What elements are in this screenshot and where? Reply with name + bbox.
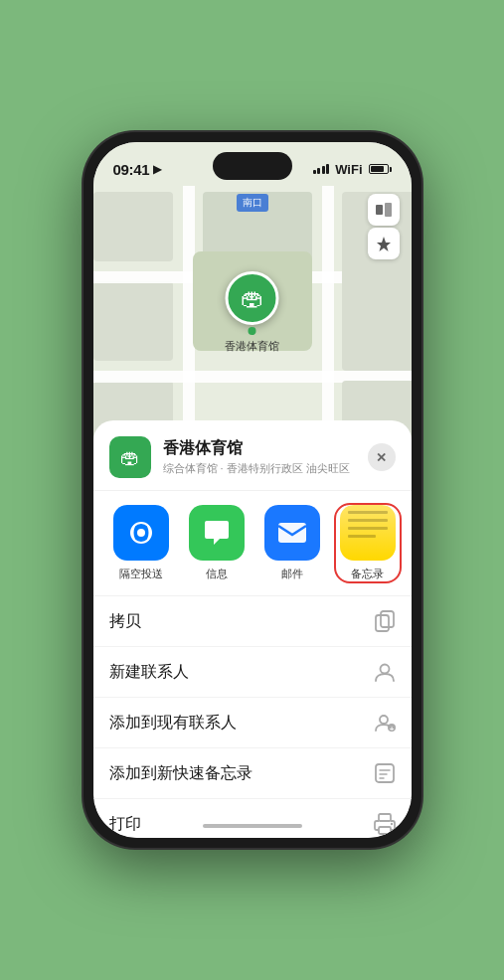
close-button[interactable]: ✕ <box>368 443 396 471</box>
menu-list: 拷贝 新建联系人 添加到现有联系人 <box>93 596 412 838</box>
new-contact-icon <box>374 661 396 683</box>
notes-icon <box>340 505 396 561</box>
print-icon <box>374 813 396 835</box>
battery-icon <box>369 164 392 174</box>
signal-bars-icon <box>313 164 330 174</box>
copy-label: 拷贝 <box>109 611 141 632</box>
stadium-pin[interactable]: 🏟 香港体育馆 <box>225 271 279 354</box>
add-notes-icon <box>374 762 396 784</box>
menu-item-print[interactable]: 打印 <box>93 799 412 838</box>
menu-item-copy[interactable]: 拷贝 <box>93 596 412 647</box>
menu-item-add-existing[interactable]: 添加到现有联系人 + <box>93 698 412 748</box>
svg-rect-1 <box>385 203 392 217</box>
messages-icon <box>189 505 245 561</box>
share-row: 隔空投送 信息 <box>93 491 412 596</box>
venue-name: 香港体育馆 <box>163 438 356 459</box>
home-indicator <box>203 824 302 828</box>
airdrop-label: 隔空投送 <box>119 567 163 581</box>
pin-label: 香港体育馆 <box>225 339 279 354</box>
mail-icon <box>264 505 320 561</box>
print-label: 打印 <box>109 814 141 835</box>
svg-point-3 <box>137 529 145 537</box>
dynamic-island <box>213 152 292 180</box>
svg-rect-11 <box>376 764 394 782</box>
status-time: 09:41 <box>113 161 150 178</box>
add-notes-label: 添加到新快速备忘录 <box>109 763 252 784</box>
svg-point-7 <box>380 665 389 674</box>
messages-label: 信息 <box>206 567 228 581</box>
bottom-sheet: 🏟 香港体育馆 综合体育馆 · 香港特别行政区 油尖旺区 ✕ <box>93 420 412 838</box>
pin-dot <box>249 327 256 335</box>
location-button[interactable] <box>368 228 400 259</box>
svg-point-14 <box>390 823 392 825</box>
share-item-airdrop[interactable]: 隔空投送 <box>109 505 173 581</box>
map-controls <box>368 194 400 259</box>
share-item-notes[interactable]: 备忘录 <box>336 505 400 581</box>
venue-info: 香港体育馆 综合体育馆 · 香港特别行政区 油尖旺区 <box>163 438 356 476</box>
phone-screen: 09:41 ▶ WiFi <box>93 142 412 838</box>
map-type-button[interactable] <box>368 194 400 226</box>
svg-rect-5 <box>381 611 394 627</box>
venue-icon: 🏟 <box>109 436 151 478</box>
add-existing-label: 添加到现有联系人 <box>109 713 237 734</box>
menu-item-add-notes[interactable]: 添加到新快速备忘录 <box>93 748 412 799</box>
status-icons: WiFi <box>313 162 392 177</box>
share-item-mail[interactable]: 邮件 <box>260 505 324 581</box>
svg-rect-6 <box>376 615 389 631</box>
location-icon: ▶ <box>153 163 161 176</box>
menu-item-new-contact[interactable]: 新建联系人 <box>93 647 412 698</box>
notes-label: 备忘录 <box>351 567 384 581</box>
new-contact-label: 新建联系人 <box>109 662 189 683</box>
phone-frame: 09:41 ▶ WiFi <box>84 132 421 848</box>
copy-icon <box>374 610 396 632</box>
svg-rect-0 <box>376 205 383 215</box>
wifi-icon: WiFi <box>335 162 362 177</box>
svg-text:+: + <box>389 725 394 734</box>
pin-circle-icon: 🏟 <box>226 271 279 325</box>
svg-point-8 <box>380 716 388 724</box>
svg-rect-13 <box>379 827 391 834</box>
share-item-messages[interactable]: 信息 <box>185 505 249 581</box>
svg-rect-12 <box>379 814 391 821</box>
sheet-header: 🏟 香港体育馆 综合体育馆 · 香港特别行政区 油尖旺区 ✕ <box>93 436 412 491</box>
map-south-entrance-label: 南口 <box>237 194 268 212</box>
add-existing-icon: + <box>374 712 396 734</box>
svg-rect-4 <box>278 523 306 543</box>
venue-subtitle: 综合体育馆 · 香港特别行政区 油尖旺区 <box>163 461 356 476</box>
mail-label: 邮件 <box>281 567 303 581</box>
airdrop-icon <box>113 505 169 561</box>
